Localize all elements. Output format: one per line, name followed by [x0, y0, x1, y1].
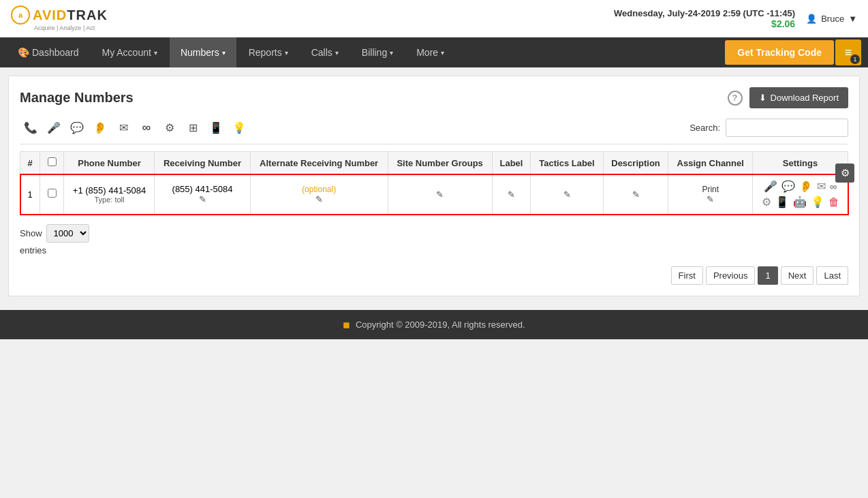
logo-icon: a — [11, 5, 30, 25]
datetime-text: Wednesday, July-24-2019 2:59 (UTC -11:45… — [614, 8, 795, 18]
col-site-number: Site Number Groups — [388, 152, 492, 174]
datetime-area: Wednesday, July-24-2019 2:59 (UTC -11:45… — [614, 8, 795, 29]
table-row: 1 +1 (855) 441-5084 Type: toll (855) 441… — [20, 174, 848, 215]
toolbar: 📞 🎤 💬 👂 ✉ ∞ ⚙ ⊞ 📱 💡 Search: — [20, 116, 848, 144]
user-menu[interactable]: 👤 Bruce ▼ — [806, 14, 857, 24]
first-page-button[interactable]: First — [671, 266, 703, 285]
show-section: Show 10 25 50 100 500 1000 entries — [20, 224, 848, 255]
entries-label: entries — [20, 245, 848, 255]
more-caret: ▾ — [441, 49, 444, 57]
description-edit-icon[interactable]: ✎ — [610, 189, 662, 200]
col-alt-receiving: Alternate Receiving Number — [250, 152, 388, 174]
numbers-caret: ▾ — [222, 49, 226, 57]
col-label: Label — [492, 152, 531, 174]
col-num: # — [20, 152, 40, 174]
row-checkbox[interactable] — [48, 189, 57, 198]
col-receiving: Receiving Number — [155, 152, 250, 174]
col-description: Description — [603, 152, 668, 174]
notification-icon-box[interactable]: ≡ 1 — [835, 40, 861, 65]
col-checkbox — [40, 152, 64, 174]
caret-down-icon: ▼ — [848, 14, 857, 24]
toolbar-bulb-icon[interactable]: 💡 — [228, 116, 250, 138]
nav-more[interactable]: More ▾ — [405, 37, 455, 67]
footer-icon: ◼ — [343, 320, 350, 330]
label-edit-icon[interactable]: ✎ — [499, 189, 524, 200]
receiving-edit-icon[interactable]: ✎ — [161, 194, 243, 204]
settings-top-row: 🎤 💬 👂 ✉ ∞ — [764, 180, 837, 193]
help-icon[interactable]: ? — [728, 91, 743, 106]
username-label: Bruce — [821, 14, 844, 24]
show-select[interactable]: 10 25 50 100 500 1000 — [46, 224, 89, 243]
ear-setting-icon[interactable]: 👂 — [799, 180, 813, 193]
col-tactics: Tactics Label — [531, 152, 603, 174]
gear-setting-icon[interactable]: ⚙ — [762, 196, 771, 208]
nav-dashboard[interactable]: 🎨 Dashboard — [7, 37, 90, 67]
toolbar-email-icon[interactable]: ✉ — [112, 116, 134, 138]
col-settings: Settings — [753, 152, 848, 174]
footer: ◼ Copyright © 2009-2019, All rights rese… — [0, 310, 868, 339]
print-link[interactable]: Print — [675, 185, 745, 194]
tactics-edit-icon[interactable]: ✎ — [538, 189, 595, 200]
page-1-button[interactable]: 1 — [758, 266, 777, 285]
cell-checkbox — [40, 174, 64, 215]
reports-caret: ▾ — [285, 49, 288, 57]
phone-number-text: +1 (855) 441-5084 — [71, 185, 147, 196]
dashboard-icon: 🎨 — [18, 47, 29, 58]
navbar: 🎨 Dashboard My Account ▾ Numbers ▾ Repor… — [0, 37, 868, 67]
search-label: Search: — [689, 123, 720, 133]
search-area: Search: — [689, 119, 848, 137]
mic-setting-icon[interactable]: 🎤 — [764, 180, 777, 193]
phone-setting-icon[interactable]: 📱 — [775, 196, 789, 208]
next-page-button[interactable]: Next — [781, 266, 814, 285]
toolbar-phone2-icon[interactable]: 📱 — [205, 116, 227, 138]
footer-text: Copyright © 2009-2019, All rights reserv… — [356, 320, 525, 330]
toolbar-infinity-icon[interactable]: ∞ — [136, 116, 157, 138]
calls-caret: ▾ — [335, 49, 339, 57]
email-setting-icon[interactable]: ✉ — [817, 180, 826, 193]
previous-page-button[interactable]: Previous — [706, 266, 756, 285]
delete-setting-icon[interactable]: 🗑 — [828, 196, 839, 208]
main-content: Manage Numbers ? ⬇ Download Report 📞 🎤 💬… — [8, 76, 860, 296]
phone-type-text: Type: toll — [71, 196, 147, 204]
notification-badge: 1 — [850, 55, 860, 64]
site-number-edit-icon[interactable]: ✎ — [395, 189, 485, 200]
alt-receiving-edit-icon[interactable]: ✎ — [258, 194, 381, 204]
col-assign-channel: Assign Channel — [668, 152, 753, 174]
assign-channel-edit-icon[interactable]: ✎ — [675, 194, 745, 204]
cell-site-number: ✎ — [388, 174, 492, 215]
nav-calls[interactable]: Calls ▾ — [300, 37, 350, 67]
nav-my-account[interactable]: My Account ▾ — [91, 37, 168, 67]
download-report-button[interactable]: ⬇ Download Report — [749, 87, 848, 108]
search-input[interactable] — [726, 119, 848, 137]
nav-billing[interactable]: Billing ▾ — [351, 37, 404, 67]
optional-label: (optional) — [258, 185, 381, 194]
pagination: First Previous 1 Next Last — [20, 266, 848, 285]
show-label: Show — [20, 228, 42, 238]
receiving-number-text: (855) 441-5084 — [161, 184, 243, 194]
tracking-code-button[interactable]: Get Tracking Code — [725, 40, 834, 65]
bulb-setting-icon[interactable]: 💡 — [811, 196, 824, 208]
user-icon: 👤 — [806, 14, 817, 24]
billing-caret: ▾ — [390, 49, 393, 57]
toolbar-phone-icon[interactable]: 📞 — [20, 116, 42, 138]
header-right: Wednesday, July-24-2019 2:59 (UTC -11:45… — [614, 8, 857, 29]
cell-receiving: (855) 441-5084 ✎ — [155, 174, 250, 215]
settings-overlay-icon[interactable]: ⚙ — [835, 164, 854, 183]
logo-area: a AVIDTRAK Acquire | Analyze | Act — [11, 5, 108, 31]
my-account-caret: ▾ — [154, 49, 157, 57]
toolbar-mic-icon[interactable]: 🎤 — [43, 116, 65, 138]
nav-numbers[interactable]: Numbers ▾ — [170, 37, 236, 67]
logo-text: AVIDTRAK — [33, 7, 108, 23]
cell-label: ✎ — [492, 174, 531, 215]
toolbar-chat-icon[interactable]: 💬 — [66, 116, 88, 138]
toolbar-ear-icon[interactable]: 👂 — [89, 116, 111, 138]
toolbar-grid-icon[interactable]: ⊞ — [182, 116, 204, 138]
cell-tactics: ✎ — [531, 174, 603, 215]
cell-assign-channel: Print ✎ — [668, 174, 753, 215]
last-page-button[interactable]: Last — [816, 266, 848, 285]
toolbar-settings-icon[interactable]: ⚙ — [159, 116, 181, 138]
chat-setting-icon[interactable]: 💬 — [781, 180, 795, 193]
robot-setting-icon[interactable]: 🤖 — [793, 196, 807, 208]
select-all-checkbox[interactable] — [48, 157, 57, 166]
nav-reports[interactable]: Reports ▾ — [238, 37, 299, 67]
